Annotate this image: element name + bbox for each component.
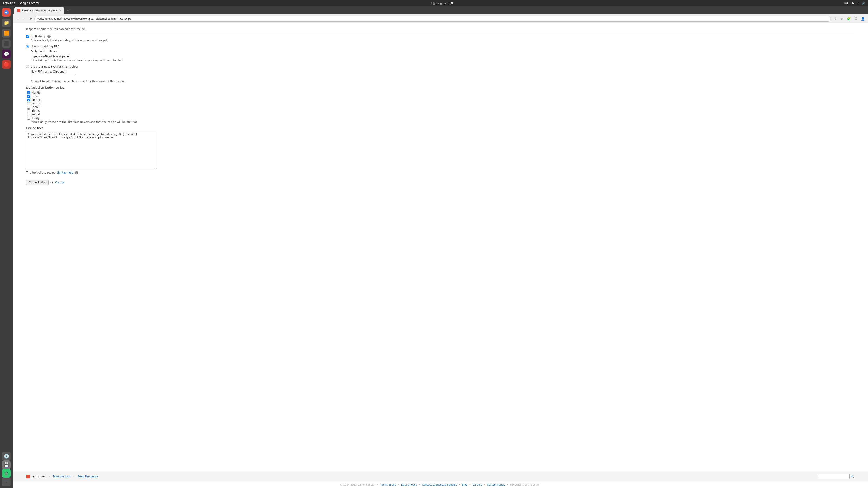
profile-button[interactable]: 👤 [860, 16, 866, 22]
dock-apps-icon[interactable]: ⋯ [2, 478, 11, 486]
nav-bar: ← → ↻ ⇧ ☆ 🧩 ☰ 👤 [13, 14, 868, 23]
series-checkbox-kinetic[interactable] [27, 98, 30, 101]
built-daily-info: Automatically build each day, if the sou… [31, 39, 855, 42]
sidebar-toggle-button[interactable]: ☰ [853, 16, 859, 22]
distribution-series-item: Xenial [27, 113, 855, 116]
recipe-textarea[interactable] [26, 131, 157, 169]
reload-button[interactable]: ↻ [28, 16, 33, 22]
distribution-series-item: Bionic [27, 109, 855, 112]
copyright-bar: © 2004-2023 Canonical Ltd. • Terms of us… [13, 481, 868, 488]
dock-app1-icon[interactable]: 🟧 [2, 29, 11, 37]
distribution-series-item: Jammy [27, 102, 855, 105]
dock-disks-icon[interactable]: 💿 [2, 452, 11, 460]
built-daily-help-icon[interactable]: ? [48, 35, 51, 38]
data-privacy-link[interactable]: Data privacy [401, 483, 417, 486]
blog-link[interactable]: Blog [462, 483, 467, 486]
use-existing-ppa-radio[interactable] [26, 45, 29, 48]
os-dock: 📁 🟧 ⬛ 💬 🔴 💿 💾 🗑 ⋯ [0, 6, 13, 488]
tab-bar: Create a new source pack ✕ + [13, 6, 868, 14]
distribution-series-item: Trusty [27, 116, 855, 120]
tab-close-button[interactable]: ✕ [59, 9, 61, 12]
syntax-help-link[interactable]: Syntax help [57, 171, 73, 174]
share-button[interactable]: ⇧ [833, 16, 838, 22]
extensions-button[interactable]: 🧩 [846, 16, 852, 22]
series-checkbox-mantic[interactable] [27, 91, 30, 94]
dock-slack-icon[interactable]: 💬 [2, 50, 11, 58]
new-ppa-name-label: New PPA name: (Optional) [31, 70, 855, 73]
back-button[interactable]: ← [14, 16, 20, 22]
use-existing-ppa-label: Use an existing PPA [31, 45, 59, 48]
built-daily-checkbox[interactable] [26, 35, 29, 38]
distribution-series-item: Mantic [27, 91, 855, 94]
cancel-link[interactable]: Cancel [55, 181, 64, 184]
page-wrapper: inspect or edit this. You can edit this … [13, 23, 868, 488]
series-checkbox-bionic[interactable] [27, 109, 30, 112]
lang-indicator[interactable]: EN [850, 2, 854, 5]
use-existing-ppa-row: Use an existing PPA [26, 45, 855, 48]
daily-build-archive-info: If built daily, this is the archive wher… [31, 59, 855, 62]
dock-ssd-icon[interactable]: 💾 [2, 460, 11, 469]
volume-icon: 🔊 [862, 2, 865, 5]
app-name: Google Chrome [19, 2, 40, 5]
series-label-trusty: Trusty [31, 116, 39, 120]
built-daily-row: Built daily ? [26, 35, 855, 38]
activities-button[interactable]: Activities [3, 2, 15, 5]
distribution-series-label: Default distribution series: [26, 86, 855, 89]
browser-window: Create a new source pack ✕ + ← → ↻ ⇧ ☆ 🧩… [13, 6, 868, 488]
copyright-text: © 2004-2023 Canonical Ltd. [340, 483, 375, 486]
action-bar: Create Recipe or Cancel [26, 180, 855, 185]
syntax-help-icon[interactable]: ? [75, 171, 78, 174]
distribution-series-item: Kinetic [27, 98, 855, 101]
recipe-text-section: Recipe text: The text of the recipe. Syn… [26, 126, 855, 174]
read-guide-link[interactable]: Read the guide [78, 475, 98, 478]
footer-search: 🔍 [818, 474, 855, 479]
series-checkbox-trusty[interactable] [27, 117, 30, 120]
series-checkbox-lunar[interactable] [27, 95, 30, 98]
forward-button[interactable]: → [21, 16, 27, 22]
daily-build-archive-label: Daily build archive: [31, 50, 855, 53]
daily-build-archive-select[interactable]: ppa:~how2flow/ubuntu/ppa [31, 54, 70, 59]
distribution-series-list: ManticLunarKineticJammyFocalBionicXenial… [27, 91, 855, 120]
keyboard-icon: ⌨ [844, 2, 848, 5]
terms-link[interactable]: Terms of use [380, 483, 396, 486]
series-checkbox-xenial[interactable] [27, 113, 30, 116]
dock-app2-icon[interactable]: 🔴 [2, 60, 11, 69]
new-ppa-name-input[interactable] [31, 74, 76, 80]
network-icon: ⊞ [857, 2, 859, 5]
bookmark-button[interactable]: ☆ [839, 16, 845, 22]
dock-chrome-icon[interactable] [2, 8, 11, 17]
series-label-kinetic: Kinetic [31, 98, 41, 101]
series-label-xenial: Xenial [31, 113, 40, 116]
series-label-mantic: Mantic [31, 91, 40, 94]
version-text: 620cd52 (Get the code!) [510, 483, 541, 486]
os-top-bar: Activities Google Chrome 6월 12일 12：50 ⌨ … [0, 0, 868, 6]
take-tour-link[interactable]: Take the tour [53, 475, 70, 478]
careers-link[interactable]: Careers [473, 483, 483, 486]
system-status-link[interactable]: System status [487, 483, 505, 486]
distribution-series-info: If built daily, these are the distributi… [31, 121, 855, 124]
recipe-text-label: Recipe text: [26, 126, 855, 130]
address-bar[interactable] [34, 16, 831, 22]
distribution-series-section: Default distribution series: ManticLunar… [26, 86, 855, 124]
dock-files-icon[interactable]: 📁 [2, 19, 11, 27]
create-recipe-button[interactable]: Create Recipe [26, 180, 49, 185]
new-ppa-name-group: New PPA name: (Optional) A new PPA with … [31, 70, 855, 83]
page-content: inspect or edit this. You can edit this … [13, 23, 868, 471]
contact-link[interactable]: Contact Launchpad Support [422, 483, 457, 486]
distribution-series-item: Lunar [27, 95, 855, 98]
series-checkbox-jammy[interactable] [27, 102, 30, 105]
recipe-hint: The text of the recipe. Syntax help ? [26, 171, 855, 174]
dock-terminal-icon[interactable]: ⬛ [2, 39, 11, 48]
create-new-ppa-radio[interactable] [26, 65, 29, 68]
footer-bar: Launchpad • Take the tour • Read the gui… [13, 471, 868, 481]
active-tab[interactable]: Create a new source pack ✕ [14, 7, 64, 14]
new-ppa-name-info: A new PPA with this name will be created… [31, 80, 855, 83]
series-label-focal: Focal [31, 105, 38, 109]
create-new-ppa-label: Create a new PPA for this recipe [31, 65, 78, 68]
footer-search-input[interactable] [818, 474, 850, 479]
new-tab-button[interactable]: + [65, 8, 71, 13]
footer-search-button[interactable]: 🔍 [850, 475, 855, 478]
series-checkbox-focal[interactable] [27, 106, 30, 109]
dock-trash-icon[interactable]: 🗑 [2, 469, 11, 478]
or-label: or [51, 181, 53, 184]
